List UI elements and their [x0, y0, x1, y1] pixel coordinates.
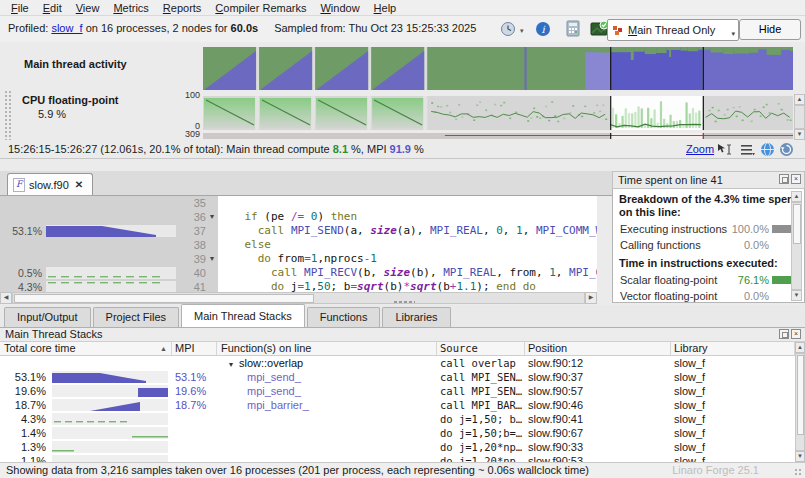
- core-time-spark: [52, 399, 168, 411]
- tab-libraries[interactable]: Libraries: [382, 307, 450, 327]
- function-cell[interactable]: [217, 426, 437, 440]
- menu-window[interactable]: Window: [313, 2, 366, 14]
- tab-input-output[interactable]: Input/Output: [4, 307, 91, 327]
- column-header-library[interactable]: Library: [671, 342, 795, 355]
- metrics-scroll-up[interactable]: ▲: [794, 94, 805, 105]
- stack-row[interactable]: ▾slow::overlapcall overlapslow.f90:12slo…: [0, 356, 795, 370]
- column-header-total-core-time[interactable]: Total core time▲: [0, 342, 172, 355]
- menu-file[interactable]: File: [4, 2, 36, 14]
- function-cell[interactable]: mpi_send_: [217, 384, 437, 398]
- tab-project-files[interactable]: Project Files: [93, 307, 180, 327]
- close-panel-icon[interactable]: ×: [791, 174, 801, 184]
- stacks-scroll-up[interactable]: ▲: [795, 342, 805, 353]
- stack-row[interactable]: 53.1%53.1%mpi_send_call MPI_SEN…slow.f90…: [0, 370, 795, 384]
- info-icon[interactable]: i: [534, 20, 552, 38]
- stacks-scroll-down[interactable]: ▼: [795, 451, 805, 462]
- column-header-position[interactable]: Position: [525, 342, 671, 355]
- stack-row[interactable]: 18.7%18.7%mpi_barrier_call MPI_BAR…slow.…: [0, 398, 795, 412]
- stack-row[interactable]: 4.3%do j=1,50; b…slow.f90:41slow_f: [0, 412, 795, 426]
- function-cell[interactable]: [217, 440, 437, 454]
- history-icon[interactable]: [779, 142, 795, 157]
- function-name[interactable]: mpi_send_: [239, 385, 301, 397]
- third-metric-chart[interactable]: [203, 131, 793, 139]
- profiled-prefix: Profiled:: [8, 22, 51, 34]
- tab-functions[interactable]: Functions: [307, 307, 381, 327]
- menu-view[interactable]: View: [69, 2, 107, 14]
- panel-scroll-up[interactable]: ▲: [791, 191, 802, 202]
- function-cell[interactable]: [217, 412, 437, 426]
- stacks-scrollbar[interactable]: [795, 353, 805, 451]
- function-cell[interactable]: ▾slow::overlap: [217, 356, 437, 370]
- function-name[interactable]: mpi_barrier_: [239, 399, 309, 411]
- line-number: 38: [180, 238, 206, 252]
- image-check-icon[interactable]: [590, 20, 608, 38]
- hide-metrics-button[interactable]: Hide Metrics: [739, 19, 801, 40]
- float-stacks-icon[interactable]: [779, 329, 789, 339]
- metrics-scroll-down[interactable]: ▼: [794, 129, 805, 140]
- editor-hscrollbar[interactable]: [12, 292, 585, 304]
- code-line-37[interactable]: 53.1%37 call MPI_SEND(a, size(a), MPI_RE…: [0, 224, 597, 238]
- calculator-icon[interactable]: [564, 20, 582, 38]
- menu-edit[interactable]: Edit: [36, 2, 69, 14]
- menu-compiler-remarks[interactable]: Compiler Remarks: [208, 2, 313, 14]
- clock-dropdown-caret[interactable]: ▾: [520, 27, 524, 35]
- zoom-link[interactable]: Zoom: [686, 143, 714, 155]
- line-number: 35: [180, 196, 206, 210]
- close-icon[interactable]: ✕: [75, 179, 83, 190]
- editor-scroll-right[interactable]: ▶: [585, 292, 597, 304]
- resize-grip[interactable]: [794, 468, 802, 476]
- function-cell[interactable]: [217, 454, 437, 462]
- menu-help[interactable]: Help: [367, 2, 404, 14]
- metrics-scrollbar[interactable]: [794, 105, 805, 129]
- sort-ascending-icon: ▲: [160, 342, 171, 355]
- code-line-39[interactable]: 39▾ do from=1,nprocs-1: [0, 252, 597, 266]
- expander-icon[interactable]: ▾: [229, 358, 239, 370]
- select-cursor-icon[interactable]: [716, 142, 732, 157]
- source-tab[interactable]: F slow.f90 ✕: [7, 173, 93, 195]
- source-editor[interactable]: 3536▾ if (pe /= 0) then53.1%37 call MPI_…: [0, 195, 597, 293]
- menu-metrics[interactable]: Metrics: [106, 2, 155, 14]
- cpu-floating-point-chart[interactable]: [203, 96, 793, 130]
- tab-main-thread-stacks[interactable]: Main Thread Stacks: [181, 304, 305, 327]
- status-message: Showing data from 3,216 samples taken ov…: [6, 463, 589, 478]
- function-name[interactable]: mpi_send_: [239, 371, 301, 383]
- fold-arrow-icon[interactable]: ▾: [206, 252, 218, 266]
- mpi-percent: [172, 440, 217, 454]
- stack-row[interactable]: 19.6%19.6%mpi_send_call MPI_SEN…slow.f90…: [0, 384, 795, 398]
- panel-scroll-down[interactable]: ▼: [791, 290, 802, 301]
- function-cell[interactable]: mpi_barrier_: [217, 398, 437, 412]
- close-stacks-icon[interactable]: ×: [791, 329, 801, 339]
- library-name: slow_f: [671, 370, 795, 384]
- fold-arrow-icon[interactable]: ▾: [206, 210, 218, 224]
- metrics-menu-icon[interactable]: [740, 142, 756, 157]
- editor-tab-bar: F slow.f90 ✕: [0, 171, 612, 196]
- function-name[interactable]: slow::overlap: [239, 357, 303, 369]
- panel-scrollbar[interactable]: [791, 202, 802, 290]
- program-link[interactable]: slow_f: [51, 22, 82, 34]
- menu-reports[interactable]: Reports: [156, 2, 209, 14]
- stack-row[interactable]: 1.3%do j=1,20*np…slow.f90:33slow_f: [0, 440, 795, 454]
- column-header-source[interactable]: Source: [437, 342, 525, 355]
- code-line-36[interactable]: 36▾ if (pe /= 0) then: [0, 210, 597, 224]
- stack-row[interactable]: 1.4%do j=1,50;b=…slow.f90:67slow_f: [0, 426, 795, 440]
- metric-drag-handle[interactable]: [4, 90, 13, 140]
- help-icon[interactable]: [760, 142, 776, 157]
- column-header-function-s-on-line[interactable]: Function(s) on line: [217, 342, 437, 355]
- code-line-35[interactable]: 35: [0, 196, 597, 210]
- editor-scroll-left[interactable]: ◀: [0, 292, 12, 304]
- mpi-percent: 19.6%: [172, 384, 217, 398]
- line-activity-gutter: [0, 210, 180, 224]
- stack-row[interactable]: 1.1%do j=1,20*np…slow.f90:53slow_f: [0, 454, 795, 462]
- core-time-spark: [52, 357, 168, 369]
- function-cell[interactable]: mpi_send_: [217, 370, 437, 384]
- clock-icon[interactable]: [500, 20, 518, 38]
- main-thread-activity-chart[interactable]: [203, 47, 793, 90]
- column-header-mpi[interactable]: MPI: [172, 342, 217, 355]
- panel-window-buttons: ×: [779, 174, 801, 184]
- splitter-handle[interactable]: [393, 300, 415, 304]
- thread-selector-combo[interactable]: Main Thread Only ▾: [607, 19, 739, 41]
- main-thread-stacks-view: Main Thread Stacks × Total core time▲MPI…: [0, 328, 805, 462]
- code-line-38[interactable]: 38 else: [0, 238, 597, 252]
- code-line-40[interactable]: 0.5%40 call MPI_RECV(b, size(b), MPI_REA…: [0, 266, 597, 280]
- float-panel-icon[interactable]: [779, 174, 789, 184]
